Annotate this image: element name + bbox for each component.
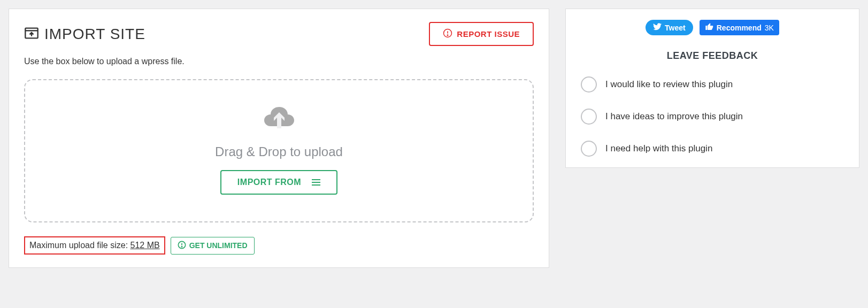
dropzone-text: Drag & Drop to upload bbox=[215, 144, 343, 159]
feedback-option-review[interactable]: I would like to review this plugin bbox=[581, 76, 844, 93]
fb-label: Recommend bbox=[717, 24, 762, 32]
svg-point-7 bbox=[181, 246, 182, 247]
feedback-option-ideas[interactable]: I have ideas to improve this plugin bbox=[581, 109, 844, 125]
warning-icon bbox=[443, 28, 452, 40]
cloud-upload-icon bbox=[262, 102, 296, 134]
import-icon bbox=[24, 26, 39, 43]
footer-row: Maximum upload file size: 512 MB GET UNL… bbox=[24, 236, 534, 255]
report-issue-button[interactable]: REPORT ISSUE bbox=[429, 22, 534, 46]
import-from-label: IMPORT FROM bbox=[237, 178, 301, 187]
import-panel: IMPORT SITE REPORT ISSUE Use the box bel… bbox=[9, 9, 549, 268]
report-issue-label: REPORT ISSUE bbox=[457, 29, 520, 38]
max-size-label: Maximum upload file size: bbox=[29, 241, 130, 250]
get-unlimited-button[interactable]: GET UNLIMITED bbox=[171, 237, 255, 255]
max-size-value: 512 MB bbox=[130, 241, 160, 250]
feedback-title: LEAVE FEEDBACK bbox=[581, 50, 844, 61]
tweet-label: Tweet bbox=[665, 24, 686, 32]
feedback-option-label: I have ideas to improve this plugin bbox=[605, 111, 743, 122]
tweet-button[interactable]: Tweet bbox=[646, 20, 693, 35]
header-row: IMPORT SITE REPORT ISSUE bbox=[24, 22, 534, 46]
feedback-option-label: I need help with this plugin bbox=[605, 143, 712, 154]
feedback-options: I would like to review this plugin I hav… bbox=[581, 76, 844, 157]
max-upload-size: Maximum upload file size: 512 MB bbox=[24, 236, 165, 255]
feedback-option-label: I would like to review this plugin bbox=[605, 79, 733, 90]
import-from-button[interactable]: IMPORT FROM bbox=[220, 170, 337, 195]
page-title: IMPORT SITE bbox=[44, 26, 145, 43]
sidebar: Tweet Recommend 3K LEAVE FEEDBACK I woul… bbox=[565, 9, 859, 168]
social-buttons: Tweet Recommend 3K bbox=[581, 20, 844, 35]
fb-count: 3K bbox=[765, 24, 774, 32]
fb-recommend-button[interactable]: Recommend 3K bbox=[700, 20, 779, 35]
radio-icon bbox=[581, 76, 597, 93]
twitter-icon bbox=[653, 23, 662, 32]
thumbs-up-icon bbox=[705, 22, 713, 33]
radio-icon bbox=[581, 141, 597, 157]
upload-dropzone[interactable]: Drag & Drop to upload IMPORT FROM bbox=[24, 79, 534, 222]
feedback-option-help[interactable]: I need help with this plugin bbox=[581, 141, 844, 157]
svg-point-4 bbox=[448, 35, 449, 36]
title-group: IMPORT SITE bbox=[24, 26, 145, 43]
subtitle: Use the box below to upload a wpress fil… bbox=[24, 57, 534, 66]
get-unlimited-label: GET UNLIMITED bbox=[189, 241, 248, 250]
radio-icon bbox=[581, 109, 597, 125]
info-icon bbox=[178, 241, 186, 251]
menu-icon bbox=[312, 179, 320, 186]
